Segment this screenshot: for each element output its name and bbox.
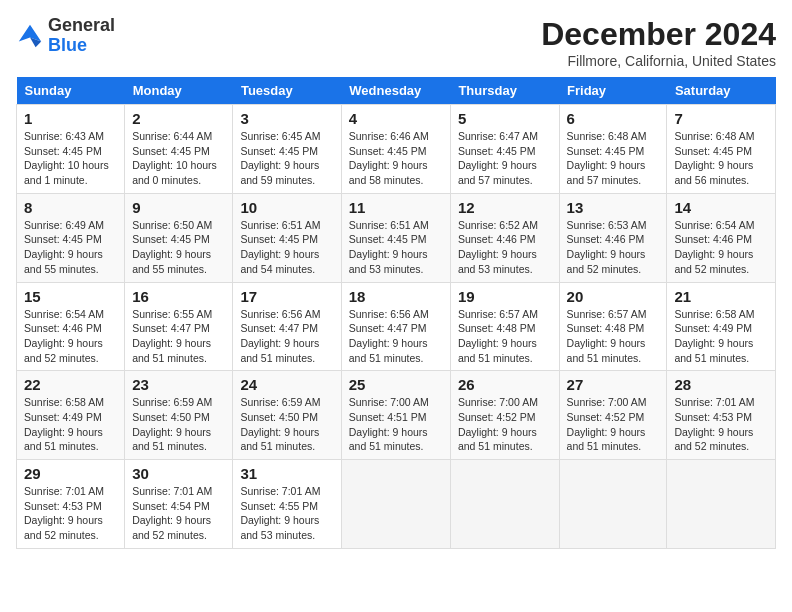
calendar-day-25: 25 Sunrise: 7:00 AMSunset: 4:51 PMDaylig… [341, 371, 450, 460]
day-info: Sunrise: 6:48 AMSunset: 4:45 PMDaylight:… [567, 130, 647, 186]
day-info: Sunrise: 7:01 AMSunset: 4:53 PMDaylight:… [674, 396, 754, 452]
calendar-day-14: 14 Sunrise: 6:54 AMSunset: 4:46 PMDaylig… [667, 193, 776, 282]
calendar-day-19: 19 Sunrise: 6:57 AMSunset: 4:48 PMDaylig… [450, 282, 559, 371]
calendar-day-21: 21 Sunrise: 6:58 AMSunset: 4:49 PMDaylig… [667, 282, 776, 371]
empty-cell [450, 460, 559, 549]
day-header-saturday: Saturday [667, 77, 776, 105]
calendar-day-26: 26 Sunrise: 7:00 AMSunset: 4:52 PMDaylig… [450, 371, 559, 460]
day-info: Sunrise: 6:56 AMSunset: 4:47 PMDaylight:… [349, 308, 429, 364]
day-header-thursday: Thursday [450, 77, 559, 105]
day-number: 5 [458, 110, 552, 127]
day-info: Sunrise: 6:46 AMSunset: 4:45 PMDaylight:… [349, 130, 429, 186]
calendar-table: SundayMondayTuesdayWednesdayThursdayFrid… [16, 77, 776, 549]
calendar-day-7: 7 Sunrise: 6:48 AMSunset: 4:45 PMDayligh… [667, 105, 776, 194]
day-info: Sunrise: 6:55 AMSunset: 4:47 PMDaylight:… [132, 308, 212, 364]
calendar-day-27: 27 Sunrise: 7:00 AMSunset: 4:52 PMDaylig… [559, 371, 667, 460]
day-number: 19 [458, 288, 552, 305]
day-number: 9 [132, 199, 225, 216]
day-info: Sunrise: 6:50 AMSunset: 4:45 PMDaylight:… [132, 219, 212, 275]
day-number: 15 [24, 288, 117, 305]
day-number: 23 [132, 376, 225, 393]
day-number: 7 [674, 110, 768, 127]
day-number: 10 [240, 199, 333, 216]
day-info: Sunrise: 6:44 AMSunset: 4:45 PMDaylight:… [132, 130, 217, 186]
svg-marker-0 [19, 25, 41, 42]
day-number: 12 [458, 199, 552, 216]
calendar-week-3: 15 Sunrise: 6:54 AMSunset: 4:46 PMDaylig… [17, 282, 776, 371]
day-info: Sunrise: 7:01 AMSunset: 4:55 PMDaylight:… [240, 485, 320, 541]
day-info: Sunrise: 6:45 AMSunset: 4:45 PMDaylight:… [240, 130, 320, 186]
calendar-day-13: 13 Sunrise: 6:53 AMSunset: 4:46 PMDaylig… [559, 193, 667, 282]
day-header-sunday: Sunday [17, 77, 125, 105]
empty-cell [559, 460, 667, 549]
day-number: 30 [132, 465, 225, 482]
day-header-monday: Monday [125, 77, 233, 105]
calendar-week-2: 8 Sunrise: 6:49 AMSunset: 4:45 PMDayligh… [17, 193, 776, 282]
day-info: Sunrise: 6:59 AMSunset: 4:50 PMDaylight:… [132, 396, 212, 452]
calendar-header-row: SundayMondayTuesdayWednesdayThursdayFrid… [17, 77, 776, 105]
calendar-day-9: 9 Sunrise: 6:50 AMSunset: 4:45 PMDayligh… [125, 193, 233, 282]
day-number: 16 [132, 288, 225, 305]
calendar-day-17: 17 Sunrise: 6:56 AMSunset: 4:47 PMDaylig… [233, 282, 341, 371]
day-info: Sunrise: 6:54 AMSunset: 4:46 PMDaylight:… [24, 308, 104, 364]
day-number: 26 [458, 376, 552, 393]
calendar-day-24: 24 Sunrise: 6:59 AMSunset: 4:50 PMDaylig… [233, 371, 341, 460]
day-number: 27 [567, 376, 660, 393]
day-info: Sunrise: 6:49 AMSunset: 4:45 PMDaylight:… [24, 219, 104, 275]
day-info: Sunrise: 7:01 AMSunset: 4:54 PMDaylight:… [132, 485, 212, 541]
calendar-day-29: 29 Sunrise: 7:01 AMSunset: 4:53 PMDaylig… [17, 460, 125, 549]
day-header-tuesday: Tuesday [233, 77, 341, 105]
day-header-wednesday: Wednesday [341, 77, 450, 105]
day-info: Sunrise: 6:59 AMSunset: 4:50 PMDaylight:… [240, 396, 320, 452]
day-info: Sunrise: 6:47 AMSunset: 4:45 PMDaylight:… [458, 130, 538, 186]
calendar-day-5: 5 Sunrise: 6:47 AMSunset: 4:45 PMDayligh… [450, 105, 559, 194]
day-info: Sunrise: 7:00 AMSunset: 4:51 PMDaylight:… [349, 396, 429, 452]
day-info: Sunrise: 7:00 AMSunset: 4:52 PMDaylight:… [567, 396, 647, 452]
calendar-day-12: 12 Sunrise: 6:52 AMSunset: 4:46 PMDaylig… [450, 193, 559, 282]
calendar-day-15: 15 Sunrise: 6:54 AMSunset: 4:46 PMDaylig… [17, 282, 125, 371]
day-number: 21 [674, 288, 768, 305]
day-number: 4 [349, 110, 443, 127]
day-info: Sunrise: 6:56 AMSunset: 4:47 PMDaylight:… [240, 308, 320, 364]
day-number: 14 [674, 199, 768, 216]
day-number: 3 [240, 110, 333, 127]
day-info: Sunrise: 6:57 AMSunset: 4:48 PMDaylight:… [458, 308, 538, 364]
day-number: 8 [24, 199, 117, 216]
day-info: Sunrise: 6:54 AMSunset: 4:46 PMDaylight:… [674, 219, 754, 275]
calendar-day-18: 18 Sunrise: 6:56 AMSunset: 4:47 PMDaylig… [341, 282, 450, 371]
page-header: General Blue December 2024 Fillmore, Cal… [16, 16, 776, 69]
day-number: 11 [349, 199, 443, 216]
logo: General Blue [16, 16, 115, 56]
day-info: Sunrise: 6:43 AMSunset: 4:45 PMDaylight:… [24, 130, 109, 186]
calendar-day-4: 4 Sunrise: 6:46 AMSunset: 4:45 PMDayligh… [341, 105, 450, 194]
day-info: Sunrise: 6:58 AMSunset: 4:49 PMDaylight:… [674, 308, 754, 364]
title-block: December 2024 Fillmore, California, Unit… [541, 16, 776, 69]
day-info: Sunrise: 7:01 AMSunset: 4:53 PMDaylight:… [24, 485, 104, 541]
calendar-day-1: 1 Sunrise: 6:43 AMSunset: 4:45 PMDayligh… [17, 105, 125, 194]
calendar-day-11: 11 Sunrise: 6:51 AMSunset: 4:45 PMDaylig… [341, 193, 450, 282]
calendar-day-30: 30 Sunrise: 7:01 AMSunset: 4:54 PMDaylig… [125, 460, 233, 549]
logo-icon [16, 22, 44, 50]
day-info: Sunrise: 6:58 AMSunset: 4:49 PMDaylight:… [24, 396, 104, 452]
calendar-day-8: 8 Sunrise: 6:49 AMSunset: 4:45 PMDayligh… [17, 193, 125, 282]
day-info: Sunrise: 6:53 AMSunset: 4:46 PMDaylight:… [567, 219, 647, 275]
calendar-day-16: 16 Sunrise: 6:55 AMSunset: 4:47 PMDaylig… [125, 282, 233, 371]
calendar-day-6: 6 Sunrise: 6:48 AMSunset: 4:45 PMDayligh… [559, 105, 667, 194]
logo-blue: Blue [48, 35, 87, 55]
empty-cell [667, 460, 776, 549]
day-info: Sunrise: 6:51 AMSunset: 4:45 PMDaylight:… [240, 219, 320, 275]
location: Fillmore, California, United States [541, 53, 776, 69]
day-number: 25 [349, 376, 443, 393]
day-number: 1 [24, 110, 117, 127]
logo-text: General Blue [48, 16, 115, 56]
calendar-day-10: 10 Sunrise: 6:51 AMSunset: 4:45 PMDaylig… [233, 193, 341, 282]
calendar-day-20: 20 Sunrise: 6:57 AMSunset: 4:48 PMDaylig… [559, 282, 667, 371]
day-number: 24 [240, 376, 333, 393]
calendar-day-3: 3 Sunrise: 6:45 AMSunset: 4:45 PMDayligh… [233, 105, 341, 194]
calendar-body: 1 Sunrise: 6:43 AMSunset: 4:45 PMDayligh… [17, 105, 776, 549]
day-header-friday: Friday [559, 77, 667, 105]
day-number: 28 [674, 376, 768, 393]
day-number: 22 [24, 376, 117, 393]
day-number: 13 [567, 199, 660, 216]
day-number: 6 [567, 110, 660, 127]
